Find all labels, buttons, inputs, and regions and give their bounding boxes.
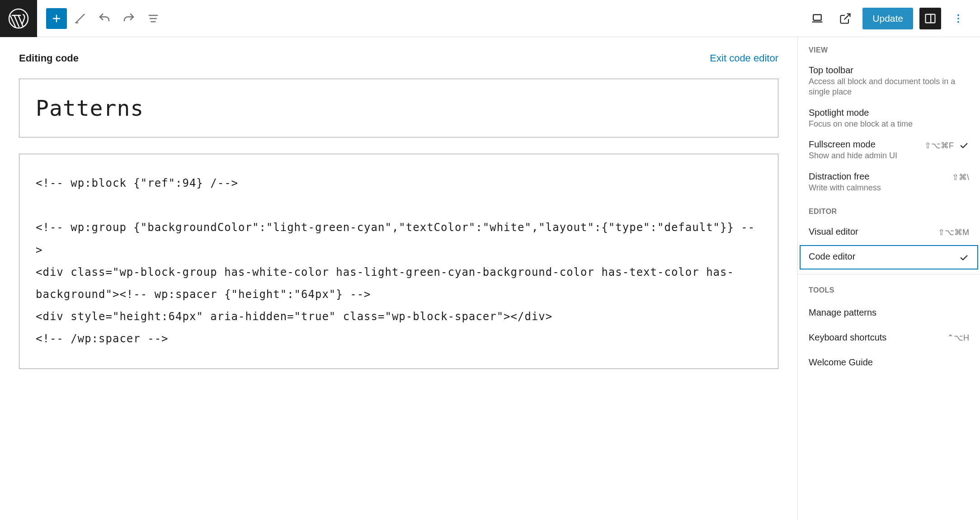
menu-item-top-toolbar[interactable]: Top toolbar Access all block and documen… — [798, 61, 980, 103]
wordpress-logo[interactable] — [0, 0, 37, 37]
sidebar-icon — [924, 12, 937, 25]
redo-icon — [122, 12, 136, 25]
menu-item-title: Visual editor — [809, 227, 933, 237]
top-toolbar: Update — [0, 0, 980, 37]
menu-item-spotlight-mode[interactable]: Spotlight mode Focus on one block at a t… — [798, 103, 980, 135]
toolbar-right-group: Update — [806, 8, 980, 29]
svg-point-5 — [957, 21, 959, 23]
redo-button[interactable] — [118, 7, 140, 30]
svg-rect-1 — [814, 14, 822, 20]
update-button[interactable]: Update — [862, 8, 913, 29]
code-editor-header: Editing code Exit code editor — [19, 52, 778, 64]
add-block-button[interactable] — [46, 8, 67, 29]
toolbar-left-group — [37, 7, 165, 30]
wordpress-icon — [8, 8, 29, 29]
svg-point-4 — [957, 18, 959, 19]
shortcut-label: ⇧⌘\ — [952, 172, 969, 182]
pencil-icon — [74, 12, 86, 25]
check-icon — [958, 140, 969, 151]
list-view-button[interactable] — [142, 7, 165, 30]
menu-item-desc: Show and hide admin UI — [809, 151, 919, 161]
main-editor-area: Editing code Exit code editor <!-- wp:bl… — [0, 37, 797, 520]
edit-icon-button[interactable] — [69, 7, 91, 30]
more-vertical-icon — [952, 13, 964, 24]
shortcut-label: ⇧⌥⌘M — [938, 227, 969, 237]
menu-item-title: Welcome Guide — [809, 357, 873, 368]
laptop-icon — [810, 12, 824, 25]
settings-sidebar-button[interactable] — [919, 8, 941, 29]
more-options-button[interactable] — [947, 8, 969, 29]
menu-divider — [798, 274, 980, 274]
menu-item-distraction-free[interactable]: Distraction free Write with calmness ⇧⌘\ — [798, 167, 980, 199]
editing-code-label: Editing code — [19, 52, 79, 64]
menu-item-desc: Write with calmness — [809, 183, 947, 193]
menu-item-code-editor[interactable]: Code editor — [798, 243, 980, 271]
menu-item-title: Spotlight mode — [809, 108, 969, 118]
menu-item-fullscreen-mode[interactable]: Fullscreen mode Show and hide admin UI ⇧… — [798, 135, 980, 166]
shortcut-label: ⌃⌥H — [947, 333, 969, 343]
plus-icon — [50, 12, 63, 25]
svg-point-3 — [957, 14, 959, 16]
svg-rect-2 — [926, 14, 935, 23]
preview-button[interactable] — [806, 8, 828, 29]
more-options-menu: VIEW Top toolbar Access all block and do… — [797, 37, 980, 520]
post-title-input[interactable] — [36, 95, 762, 121]
menu-item-desc: Focus on one block at a time — [809, 119, 969, 129]
body-area: Editing code Exit code editor <!-- wp:bl… — [0, 37, 980, 520]
exit-code-editor-link[interactable]: Exit code editor — [710, 52, 778, 64]
list-view-icon — [147, 12, 160, 25]
shortcut-label: ⇧⌥⌘F — [924, 141, 954, 151]
menu-item-title: Code editor — [809, 251, 953, 262]
menu-item-manage-patterns[interactable]: Manage patterns — [798, 301, 980, 326]
external-link-icon — [839, 12, 852, 25]
menu-section-editor: EDITOR — [798, 199, 980, 222]
check-icon — [958, 252, 969, 263]
view-page-button[interactable] — [834, 8, 856, 29]
menu-item-title: Distraction free — [809, 171, 947, 182]
menu-item-title: Top toolbar — [809, 65, 969, 76]
menu-item-desc: Access all block and document tools in a… — [809, 76, 969, 98]
menu-section-view: VIEW — [798, 37, 980, 61]
menu-item-title: Manage patterns — [809, 307, 876, 318]
menu-item-title: Keyboard shortcuts — [809, 332, 886, 343]
menu-item-welcome-guide[interactable]: Welcome Guide — [798, 350, 980, 375]
post-title-box[interactable] — [19, 79, 778, 137]
menu-section-tools: TOOLS — [798, 277, 980, 301]
undo-button[interactable] — [93, 7, 116, 30]
menu-item-title: Fullscreen mode — [809, 139, 919, 150]
menu-item-visual-editor[interactable]: Visual editor ⇧⌥⌘M — [798, 222, 980, 243]
menu-item-keyboard-shortcuts[interactable]: Keyboard shortcuts ⌃⌥H — [798, 326, 980, 350]
code-editor-textarea[interactable]: <!-- wp:block {"ref":94} /--> <!-- wp:gr… — [19, 154, 778, 369]
undo-icon — [98, 12, 111, 25]
